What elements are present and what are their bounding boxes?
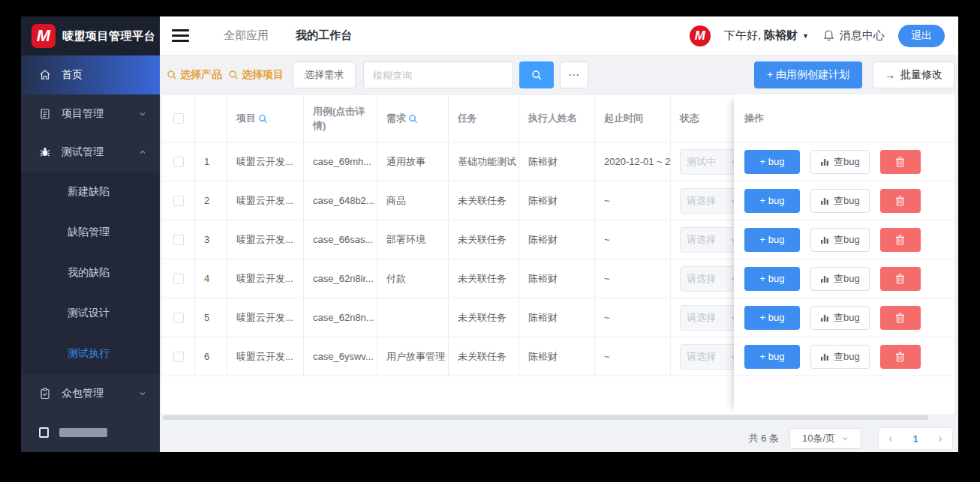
bar-chart-icon [820,157,829,166]
trash-icon [895,157,905,167]
sidebar-item-label: 项目管理 [62,107,128,121]
horizontal-scrollbar[interactable] [163,415,928,420]
view-bug-button[interactable]: 查bug [810,189,870,213]
delete-button[interactable] [880,267,921,291]
row-checkbox[interactable] [173,352,184,362]
header-right-group: M 下午好, 陈裕财 ▼ 消息中心 退出 [690,25,945,47]
trash-icon [895,274,905,284]
bug-icon [39,146,51,158]
prev-page-button[interactable]: ‹ [888,432,892,445]
document-icon [39,108,51,120]
delete-button[interactable] [880,189,921,213]
trash-icon [895,235,905,245]
message-center[interactable]: 消息中心 [822,28,885,43]
more-filters-button[interactable]: ⋯ [560,61,588,88]
row-checkbox[interactable] [173,235,184,245]
hamburger-menu-icon[interactable] [170,26,191,45]
view-bug-button[interactable]: 查bug [810,345,870,369]
index-column-header [195,95,227,142]
view-bug-button[interactable]: 查bug [810,150,870,174]
top-header: 全部应用 我的工作台 M 下午好, 陈裕财 ▼ 消息中心 退出 [160,16,958,55]
delete-button[interactable] [880,150,921,174]
select-project-link[interactable]: 选择项目 [228,68,284,82]
clipped-menu-icon [39,427,49,438]
view-bug-button[interactable]: 查bug [810,267,870,291]
current-page-button[interactable]: 1 [912,433,918,445]
sidebar: M 唛盟项目管理平台 首页 项目管理 测试管理 新建缺陷 缺陷管理 我的缺陷 测… [21,16,160,452]
view-bug-button[interactable]: 查bug [810,306,870,330]
bar-chart-icon [820,196,829,205]
sidebar-item-clipped[interactable] [21,413,160,452]
sidebar-subitem-test-design[interactable]: 测试设计 [21,293,160,334]
search-icon [167,70,177,80]
sidebar-item-label: 测试管理 [62,145,128,159]
app-window: M 唛盟项目管理平台 首页 项目管理 测试管理 新建缺陷 缺陷管理 我的缺陷 测… [21,16,958,452]
trash-icon [895,313,905,323]
delete-button[interactable] [880,228,921,252]
search-icon [228,70,239,80]
case-cell[interactable]: case_6yswv... [304,337,377,376]
add-bug-button[interactable]: + bug [744,306,800,330]
sidebar-item-test-mgmt[interactable]: 测试管理 [21,133,160,172]
operations-row: + bug 查bug [734,181,954,220]
case-cell[interactable]: case_62n8n... [304,298,377,337]
sidebar-item-home[interactable]: 首页 [21,55,160,94]
clipped-menu-label [59,428,107,437]
user-menu[interactable]: 下午好, 陈裕财 ▼ [724,28,809,43]
nav-my-workbench[interactable]: 我的工作台 [296,28,352,43]
row-checkbox[interactable] [173,157,184,167]
user-avatar[interactable]: M [690,25,711,46]
sidebar-subitem-test-execution[interactable]: 测试执行 [21,334,160,374]
row-checkbox[interactable] [173,274,184,284]
case-cell[interactable]: case_648b2... [304,181,377,220]
create-plan-from-case-button[interactable]: + 由用例创建计划 [754,61,862,88]
view-bug-button[interactable]: 查bug [810,228,870,252]
batch-edit-button[interactable]: → 批量修改 [873,61,954,88]
search-icon[interactable] [408,114,418,124]
caret-down-icon: ▼ [802,32,809,40]
trash-icon [895,196,905,206]
chevron-up-icon [139,146,146,158]
case-cell[interactable]: case_69mh... [304,142,377,181]
project-cell: 唛盟云开发... [227,259,304,298]
main-column: 全部应用 我的工作台 M 下午好, 陈裕财 ▼ 消息中心 退出 [160,16,958,452]
case-cell[interactable]: case_62n8ir... [304,259,377,298]
search-icon[interactable] [258,114,268,124]
top-nav: 全部应用 我的工作台 [224,28,352,43]
sidebar-subitem-defect-mgmt[interactable]: 缺陷管理 [21,212,160,253]
add-bug-button[interactable]: + bug [744,150,800,174]
test-mgmt-submenu: 新建缺陷 缺陷管理 我的缺陷 测试设计 测试执行 [21,172,160,374]
delete-button[interactable] [880,306,921,330]
trash-icon [895,352,905,362]
project-cell: 唛盟云开发... [227,142,304,181]
case-cell[interactable]: case_66sas... [304,220,377,259]
fuzzy-search-input[interactable] [363,61,513,88]
add-bug-button[interactable]: + bug [744,267,800,291]
delete-button[interactable] [880,345,921,369]
brand-header: M 唛盟项目管理平台 [21,16,160,55]
brand-title: 唛盟项目管理平台 [62,29,155,43]
sidebar-item-crowdsourcing[interactable]: 众包管理 [21,374,160,413]
operations-row: + bug 查bug [734,298,954,337]
search-button[interactable] [519,61,554,88]
select-requirement-button[interactable]: 选择需求 [293,61,356,88]
clipboard-check-icon [39,388,51,400]
total-count-label: 共 6 条 [749,432,779,445]
sidebar-subitem-new-defect[interactable]: 新建缺陷 [21,172,160,212]
sidebar-item-project-mgmt[interactable]: 项目管理 [21,94,160,133]
sidebar-subitem-my-defects[interactable]: 我的缺陷 [21,253,160,293]
add-bug-button[interactable]: + bug [744,228,800,252]
operations-column-header: 操作 [734,94,954,142]
add-bug-button[interactable]: + bug [744,189,800,213]
add-bug-button[interactable]: + bug [744,345,800,369]
nav-all-apps[interactable]: 全部应用 [224,28,269,43]
row-checkbox[interactable] [173,196,184,206]
select-product-link[interactable]: 选择产品 [167,68,222,82]
requirement-column-header: 需求 [377,95,449,142]
next-page-button[interactable]: › [938,432,942,445]
logout-button[interactable]: 退出 [898,25,945,47]
row-checkbox[interactable] [173,313,184,323]
select-all-checkbox[interactable] [173,113,184,124]
project-cell: 唛盟云开发... [227,298,304,337]
page-size-select[interactable]: 10条/页 [789,428,861,449]
